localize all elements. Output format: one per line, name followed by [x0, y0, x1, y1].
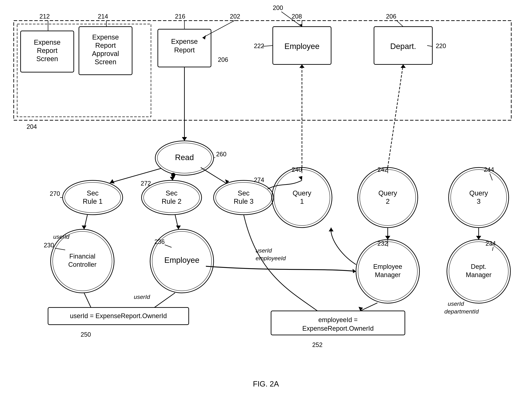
svg-text:employeeId =: employeeId =: [318, 316, 358, 323]
svg-text:202: 202: [230, 13, 240, 20]
diagram-svg: Expense Report Screen Expense Report App…: [0, 0, 532, 398]
svg-text:2: 2: [386, 197, 390, 205]
svg-marker-143: [329, 228, 334, 231]
svg-text:3: 3: [477, 197, 481, 205]
svg-marker-111: [298, 176, 302, 180]
svg-text:Rule 3: Rule 3: [234, 197, 253, 205]
svg-text:214: 214: [98, 13, 108, 20]
svg-line-91: [84, 293, 91, 307]
svg-line-138: [492, 247, 493, 251]
svg-text:Query: Query: [293, 189, 311, 197]
svg-text:userId: userId: [256, 247, 272, 254]
svg-text:240: 240: [292, 166, 302, 173]
svg-text:Read: Read: [175, 153, 194, 162]
svg-text:Sec: Sec: [166, 189, 177, 197]
svg-text:Controller: Controller: [68, 261, 97, 268]
svg-text:Screen: Screen: [36, 55, 58, 63]
svg-text:252: 252: [312, 341, 323, 348]
svg-text:Sec: Sec: [238, 189, 250, 197]
svg-text:Report: Report: [37, 47, 57, 54]
svg-text:250: 250: [81, 331, 91, 338]
svg-text:216: 216: [175, 13, 185, 20]
svg-text:Manager: Manager: [466, 271, 492, 278]
svg-text:204: 204: [27, 123, 37, 130]
svg-text:Screen: Screen: [95, 58, 116, 66]
svg-text:userId: userId: [448, 300, 464, 307]
svg-line-37: [427, 46, 432, 46]
svg-line-114: [388, 65, 403, 168]
svg-marker-66: [110, 179, 114, 183]
svg-text:232: 232: [377, 240, 388, 247]
svg-text:200: 200: [273, 4, 283, 11]
svg-text:260: 260: [216, 151, 227, 158]
svg-line-131: [360, 303, 377, 311]
svg-text:Expense: Expense: [34, 39, 61, 46]
svg-line-110: [490, 174, 492, 180]
svg-text:274: 274: [254, 176, 264, 183]
svg-text:234: 234: [486, 240, 496, 247]
svg-line-69: [201, 168, 227, 183]
diagram-container: Expense Report Screen Expense Report App…: [0, 0, 532, 398]
svg-text:userId: userId: [134, 294, 150, 300]
svg-text:Rule 1: Rule 1: [83, 197, 103, 205]
svg-text:Rule 2: Rule 2: [162, 197, 182, 205]
svg-text:Financial: Financial: [69, 253, 95, 260]
svg-text:Query: Query: [469, 189, 488, 197]
svg-text:ExpenseReport.OwnerId: ExpenseReport.OwnerId: [302, 325, 374, 332]
svg-text:departmentId: departmentId: [444, 308, 479, 315]
svg-text:272: 272: [141, 180, 151, 187]
svg-text:242: 242: [377, 166, 388, 173]
fig-caption: FIG. 2A: [253, 380, 279, 388]
svg-text:1: 1: [300, 197, 304, 205]
svg-rect-1: [17, 24, 151, 117]
svg-marker-113: [299, 65, 304, 68]
svg-line-34: [396, 20, 403, 27]
svg-text:Depart.: Depart.: [390, 42, 416, 51]
svg-text:222: 222: [254, 42, 264, 49]
svg-marker-115: [401, 65, 406, 68]
svg-text:236: 236: [154, 238, 165, 245]
svg-marker-123: [385, 236, 390, 240]
svg-text:Employee: Employee: [285, 42, 320, 51]
svg-text:206: 206: [218, 56, 228, 63]
svg-marker-68: [170, 176, 175, 180]
svg-text:Manager: Manager: [375, 271, 401, 278]
svg-marker-86: [176, 226, 181, 229]
svg-text:userId: userId: [53, 234, 70, 240]
svg-text:Employee: Employee: [164, 256, 200, 265]
svg-text:206: 206: [386, 13, 396, 20]
svg-text:Employee: Employee: [373, 263, 402, 270]
svg-text:Expense: Expense: [92, 33, 119, 41]
svg-text:Report: Report: [95, 42, 116, 49]
svg-text:employeeId: employeeId: [256, 255, 286, 261]
svg-marker-47: [182, 137, 187, 141]
svg-text:Sec: Sec: [87, 189, 99, 197]
svg-text:Report: Report: [174, 46, 195, 54]
svg-text:270: 270: [50, 190, 60, 197]
svg-line-65: [110, 168, 161, 183]
svg-text:244: 244: [484, 166, 494, 173]
svg-text:Query: Query: [379, 189, 397, 197]
svg-line-76: [55, 248, 65, 250]
svg-line-92: [154, 293, 175, 307]
svg-text:Approval: Approval: [92, 50, 119, 57]
svg-line-84: [165, 245, 171, 247]
svg-text:userId = ExpenseReport.OwnerId: userId = ExpenseReport.OwnerId: [70, 312, 167, 320]
svg-text:212: 212: [39, 13, 50, 20]
svg-text:230: 230: [44, 242, 54, 249]
svg-text:Dept.: Dept.: [471, 263, 487, 270]
svg-marker-79: [82, 226, 87, 229]
svg-rect-0: [14, 21, 511, 120]
svg-marker-140: [476, 236, 481, 240]
svg-text:208: 208: [292, 13, 302, 20]
svg-text:220: 220: [436, 42, 446, 49]
svg-text:Expense: Expense: [171, 38, 198, 45]
